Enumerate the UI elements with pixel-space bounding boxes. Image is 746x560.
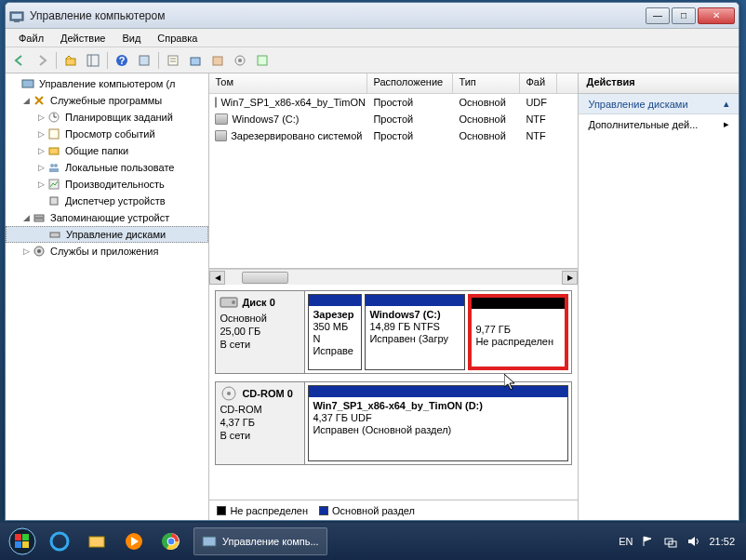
tree-devmgr[interactable]: Диспетчер устройств — [6, 193, 208, 209]
vol-type: Основной — [453, 97, 520, 108]
svg-point-30 — [37, 249, 41, 253]
tree-pane[interactable]: Управление компьютером (л ◢ Служебные пр… — [6, 73, 209, 520]
svg-rect-17 — [22, 80, 33, 87]
tree-label: Общие папки — [65, 145, 128, 156]
vol-name: Win7_SP1_x86-x64_by_TimON (D:) — [220, 97, 367, 108]
disk0-part-unallocated[interactable]: 9,77 ГБНе распределен — [468, 294, 568, 370]
tree-storage[interactable]: ◢ Запоминающие устройст — [6, 209, 208, 226]
tree-shared[interactable]: ▷ Общие папки — [6, 142, 208, 159]
vol-fs: NTF — [520, 113, 557, 125]
disk-status: В сети — [220, 338, 300, 351]
part-status: Исправен (Основной раздел) — [313, 424, 451, 435]
svg-point-22 — [54, 164, 58, 167]
svg-rect-46 — [203, 537, 216, 546]
properties-button[interactable] — [163, 50, 183, 71]
mmc-window: Управление компьютером — □ ✕ Файл Действ… — [5, 2, 739, 521]
menu-action[interactable]: Действие — [53, 31, 113, 46]
tree-services[interactable]: ▷ Службы и приложения — [6, 243, 208, 260]
vol-fs: UDF — [520, 97, 557, 108]
disk0-part-c[interactable]: Windows7 (C:)14,89 ГБ NTFSИсправен (Загр… — [365, 294, 465, 370]
tray-flag-icon[interactable] — [642, 535, 655, 548]
tree-label: Диспетчер устройств — [65, 195, 166, 207]
svg-rect-13 — [213, 57, 222, 65]
taskbar-chrome-icon[interactable] — [153, 527, 189, 556]
cdrom-row: CD-ROM 0 CD-ROM 4,37 ГБ В сети Win7_SP1_… — [215, 381, 572, 465]
disk-icon — [47, 227, 62, 242]
col-type[interactable]: Тип — [453, 73, 520, 93]
toolbar-icon-a[interactable] — [185, 50, 206, 71]
volume-list[interactable]: Том Расположение Тип Фай Win7_SP1_x86-x6… — [209, 73, 578, 269]
col-fs[interactable]: Фай — [520, 73, 557, 93]
titlebar[interactable]: Управление компьютером — □ ✕ — [6, 3, 739, 29]
close-button[interactable]: ✕ — [698, 7, 735, 24]
disk0-part-reserved[interactable]: Зарезер350 МБ NИсправе — [308, 294, 362, 370]
lang-indicator[interactable]: EN — [619, 536, 633, 547]
toolbar-icon-d[interactable] — [252, 50, 273, 71]
tree-perf[interactable]: ▷ Производительность — [6, 176, 208, 193]
tree-users[interactable]: ▷ Локальные пользовате — [6, 159, 208, 176]
svg-rect-1 — [12, 14, 21, 19]
actions-diskmgmt[interactable]: Управление дисками ▴ — [579, 94, 739, 114]
refresh-button[interactable] — [134, 50, 154, 71]
tree-root[interactable]: Управление компьютером (л — [6, 75, 208, 92]
toolbar-icon-b[interactable] — [207, 50, 228, 71]
menu-view[interactable]: Вид — [114, 31, 148, 46]
disk0-info[interactable]: Диск 0 Основной 25,00 ГБ В сети — [216, 291, 305, 373]
taskbar-explorer-icon[interactable] — [79, 527, 114, 556]
device-icon — [47, 193, 61, 208]
menu-help[interactable]: Справка — [150, 31, 205, 46]
taskbar-ie-icon[interactable] — [42, 527, 77, 556]
cdrom-info[interactable]: CD-ROM 0 CD-ROM 4,37 ГБ В сети — [216, 382, 305, 464]
computer-icon — [20, 76, 35, 91]
tree-diskmgmt[interactable]: Управление дисками — [6, 226, 208, 243]
col-volume[interactable]: Том — [209, 73, 367, 93]
col-layout[interactable]: Расположение — [367, 73, 453, 93]
part-size: 4,37 ГБ UDF — [313, 412, 371, 423]
tools-icon — [32, 93, 47, 108]
body: Управление компьютером (л ◢ Служебные пр… — [6, 73, 739, 520]
toolbar-icon-c[interactable] — [230, 50, 250, 71]
tree-scheduler[interactable]: ▷ Планировщик заданий — [6, 109, 208, 126]
volume-icon — [215, 130, 227, 141]
vol-type: Основной — [453, 130, 520, 141]
minimize-button[interactable]: — — [646, 7, 670, 24]
help-button[interactable]: ? — [112, 50, 132, 71]
disk-graphic-pane[interactable]: Диск 0 Основной 25,00 ГБ В сети Зарезер3… — [209, 285, 578, 500]
cdrom-part-d[interactable]: Win7_SP1_x86-x64_by_TimON (D:)4,37 ГБ UD… — [308, 385, 568, 461]
menu-file[interactable]: Файл — [11, 31, 51, 46]
part-name: Windows7 (C:) — [369, 309, 440, 320]
tree-label: Запоминающие устройст — [50, 212, 169, 223]
scroll-thumb[interactable] — [242, 272, 288, 284]
taskbar[interactable]: Управление компь... EN 21:52 — [0, 523, 746, 560]
maximize-button[interactable]: □ — [672, 7, 696, 24]
action-label: Управление дисками — [588, 99, 687, 110]
svg-rect-2 — [14, 20, 20, 22]
start-button[interactable] — [4, 527, 41, 556]
taskbar-active-task[interactable]: Управление компь... — [193, 527, 327, 555]
vol-row[interactable]: Windows7 (C:) Простой Основной NTF — [209, 111, 578, 127]
actions-more[interactable]: Дополнительные дей... ▸ — [579, 114, 739, 134]
taskbar-wmp-icon[interactable] — [116, 527, 152, 556]
tray-network-icon[interactable] — [664, 535, 677, 548]
svg-rect-16 — [258, 56, 267, 65]
tray-clock[interactable]: 21:52 — [709, 536, 735, 547]
vol-hscrollbar[interactable]: ◀ ▶ — [209, 269, 578, 285]
up-button[interactable] — [60, 50, 81, 71]
back-button[interactable] — [9, 50, 30, 71]
system-tray[interactable]: EN 21:52 — [619, 535, 742, 548]
show-tree-button[interactable] — [83, 50, 103, 71]
scroll-left-arrow[interactable]: ◀ — [209, 271, 225, 285]
part-status: Исправе — [313, 345, 353, 356]
disk-title: Диск 0 — [242, 297, 274, 308]
vol-row[interactable]: Win7_SP1_x86-x64_by_TimON (D:) Простой О… — [209, 94, 578, 111]
vol-row[interactable]: Зарезервировано системой Простой Основно… — [209, 127, 578, 144]
volume-icon — [215, 113, 228, 125]
scroll-right-arrow[interactable]: ▶ — [562, 271, 578, 285]
svg-rect-9 — [168, 56, 178, 65]
vol-type: Основной — [453, 113, 520, 125]
tree-eventvwr[interactable]: ▷ Просмотр событий — [6, 126, 208, 142]
tray-volume-icon[interactable] — [686, 535, 699, 548]
svg-point-45 — [167, 538, 175, 545]
tree-system-tools[interactable]: ◢ Служебные программы — [6, 92, 208, 109]
forward-button[interactable] — [32, 50, 52, 71]
